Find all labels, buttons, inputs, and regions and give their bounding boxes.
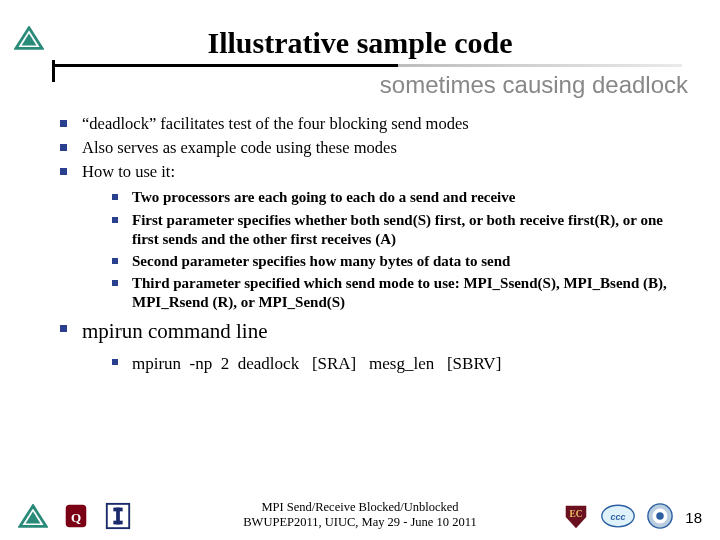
sub-bullet-2: First parameter specifies whether both s… (108, 211, 686, 249)
footer-text: MPI Send/Receive Blocked/Unblocked BWUPE… (243, 500, 476, 530)
triangle-logo-icon (14, 26, 44, 52)
bullet-2: Also serves as example code using these … (56, 137, 686, 158)
svg-point-15 (656, 512, 663, 519)
footer-line-2: BWUPEP2011, UIUC, May 29 - June 10 2011 (243, 515, 476, 530)
svg-text:ccc: ccc (610, 512, 625, 522)
sub-bullet-4: Third parameter specified which send mod… (108, 274, 686, 312)
title-rule (52, 64, 682, 67)
slide: Illustrative sample code sometimes causi… (0, 0, 720, 540)
footer-line-1: MPI Send/Receive Blocked/Unblocked (243, 500, 476, 515)
slide-body: “deadlock” facilitates test of the four … (56, 113, 686, 375)
slide-title: Illustrative sample code (0, 0, 720, 60)
bullet-3: How to use it: Two processors are each g… (56, 161, 686, 312)
seal-logo-icon (646, 502, 674, 530)
svg-text:EC: EC (570, 509, 583, 519)
top-left-logo (14, 26, 44, 56)
command-line: mpirun -np 2 deadlock [SRA] mesg_len [SB… (108, 353, 686, 375)
sub-bullet-1: Two processors are each going to each do… (108, 188, 686, 207)
bullet-1: “deadlock” facilitates test of the four … (56, 113, 686, 134)
ccc-logo-icon: ccc (600, 502, 636, 530)
bullet-4: mpirun command line mpirun -np 2 deadloc… (56, 318, 686, 375)
slide-subtitle: sometimes causing deadlock (0, 71, 720, 99)
bullet-4-text: mpirun command line (82, 319, 267, 343)
sub-bullet-3: Second parameter specifies how many byte… (108, 252, 686, 271)
page-number: 18 (685, 509, 702, 526)
footer-logos-right: EC ccc (562, 502, 674, 530)
ec-logo-icon: EC (562, 502, 590, 530)
bullet-3-text: How to use it: (82, 162, 175, 181)
